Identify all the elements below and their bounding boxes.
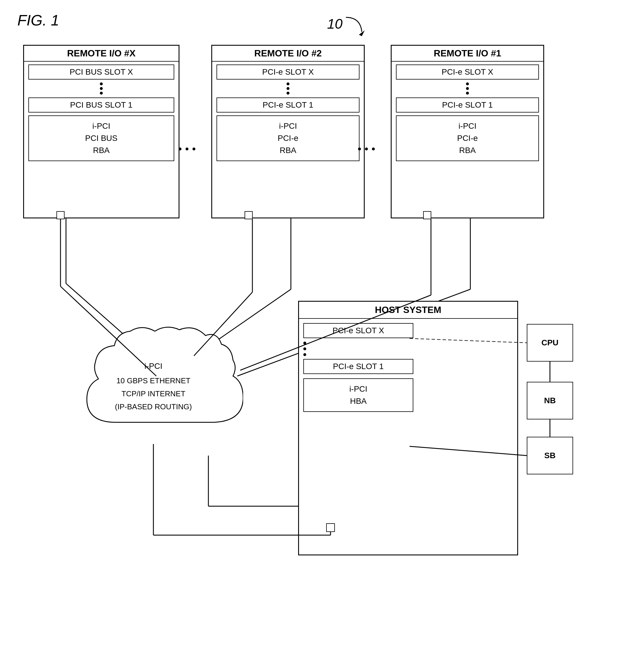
svg-text:TCP/IP INTERNET: TCP/IP INTERNET xyxy=(122,390,186,398)
remote-2-dots xyxy=(212,82,364,95)
cpu-box: CPU xyxy=(527,324,573,362)
svg-text:i-PCI: i-PCI xyxy=(144,362,162,370)
separator-dot-2 xyxy=(365,148,368,150)
remote-1-slot-bottom: PCI-e SLOT 1 xyxy=(396,97,539,113)
remote-1-title: REMOTE I/O #1 xyxy=(392,46,543,62)
nb-box: NB xyxy=(527,382,573,419)
cloud-network: i-PCI 10 GBPS ETHERNET TCP/IP INTERNET (… xyxy=(64,312,243,457)
host-title: HOST SYSTEM xyxy=(299,302,517,319)
remote-2-slot-bottom: PCI-e SLOT 1 xyxy=(217,97,360,113)
remote-x-slot-bottom: PCI BUS SLOT 1 xyxy=(29,97,174,113)
remote-2-slot-top: PCI-e SLOT X xyxy=(217,64,360,79)
figure-title: FIG. 1 xyxy=(17,12,59,29)
host-hba: i-PCI HBA xyxy=(303,378,413,412)
remote-x-slot-top: PCI BUS SLOT X xyxy=(29,64,174,79)
remote-1-slot-top: PCI-e SLOT X xyxy=(396,64,539,79)
separator-dot-2 xyxy=(372,148,375,150)
host-slot-x: PCI-e SLOT X xyxy=(303,323,413,338)
remote-x-rba: i-PCI PCI BUS RBA xyxy=(29,115,174,161)
separator-dot-2 xyxy=(358,148,361,150)
remote-x-dots xyxy=(24,82,179,95)
host-slot-1: PCI-e SLOT 1 xyxy=(303,359,413,374)
remote-2-title: REMOTE I/O #2 xyxy=(212,46,364,62)
remote-x-connector xyxy=(56,211,65,219)
remote-1-dots xyxy=(392,82,543,95)
separator-dot xyxy=(179,148,182,150)
sb-box: SB xyxy=(527,437,573,474)
ref-number: 10 xyxy=(327,16,343,32)
remote-2-connector xyxy=(244,211,253,219)
separator-dot xyxy=(186,148,188,150)
remote-x-title: REMOTE I/O #X xyxy=(24,46,179,62)
remote-1-connector xyxy=(423,211,431,219)
remote-1-rba: i-PCI PCI-e RBA xyxy=(396,115,539,161)
separator-dot xyxy=(192,148,195,150)
svg-text:(IP-BASED ROUTING): (IP-BASED ROUTING) xyxy=(115,402,192,411)
remote-io-1: REMOTE I/O #1 PCI-e SLOT X PCI-e SLOT 1 … xyxy=(391,45,544,218)
remote-io-2: REMOTE I/O #2 PCI-e SLOT X PCI-e SLOT 1 … xyxy=(211,45,365,218)
host-system: HOST SYSTEM PCI-e SLOT X PCI-e SLOT 1 i-… xyxy=(298,301,518,555)
remote-io-x: REMOTE I/O #X PCI BUS SLOT X PCI BUS SLO… xyxy=(23,45,180,218)
svg-text:10 GBPS ETHERNET: 10 GBPS ETHERNET xyxy=(116,376,190,385)
remote-2-rba: i-PCI PCI-e RBA xyxy=(217,115,360,161)
